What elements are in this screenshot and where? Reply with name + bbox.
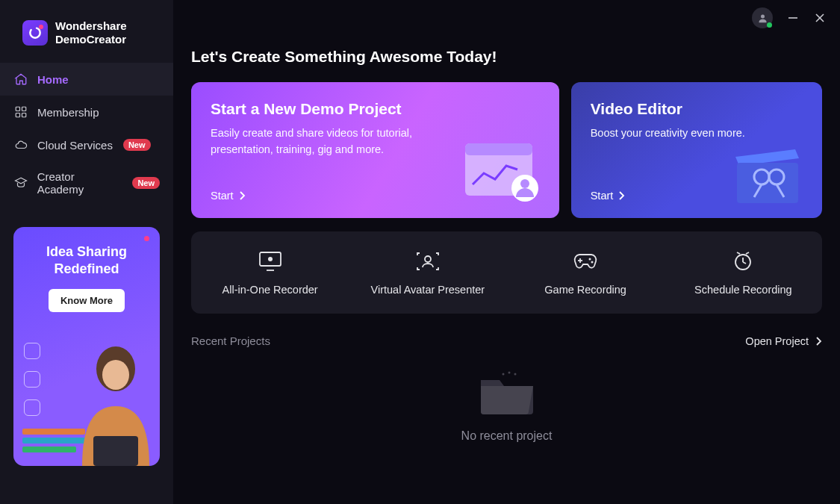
svg-rect-3 bbox=[16, 113, 19, 117]
recorder-icon bbox=[258, 249, 283, 273]
svg-line-33 bbox=[746, 252, 749, 254]
nav-membership[interactable]: Membership bbox=[0, 96, 173, 128]
tool-schedule[interactable]: Schedule Recording bbox=[665, 249, 822, 296]
promo-title: Idea SharingRedefined bbox=[24, 243, 149, 279]
sidebar: Wondershare DemoCreator Home Membership … bbox=[0, 0, 173, 504]
svg-point-24 bbox=[425, 256, 431, 262]
svg-line-31 bbox=[743, 262, 746, 264]
chevron-right-icon bbox=[240, 191, 246, 200]
nav-label: Home bbox=[37, 73, 69, 86]
nav-cloud[interactable]: Cloud Services New bbox=[0, 128, 173, 161]
svg-rect-1 bbox=[16, 107, 19, 111]
svg-point-28 bbox=[591, 261, 594, 264]
nav-label: Creator Academy bbox=[37, 170, 122, 196]
card-desc: Easily create and share videos for tutor… bbox=[211, 125, 457, 158]
academy-icon bbox=[13, 175, 28, 190]
clock-icon bbox=[732, 249, 754, 273]
minimize-button[interactable] bbox=[786, 11, 800, 25]
open-project-button[interactable]: Open Project bbox=[745, 335, 822, 347]
tool-recorder[interactable]: All-in-One Recorder bbox=[191, 249, 349, 296]
grid-icon bbox=[13, 105, 28, 119]
new-badge: New bbox=[123, 139, 151, 151]
recent-header: Recent Projects Open Project bbox=[191, 335, 822, 347]
tool-label: Schedule Recording bbox=[694, 284, 792, 296]
demo-illustration bbox=[458, 136, 547, 211]
svg-point-34 bbox=[502, 373, 504, 376]
card-title: Video Editor bbox=[591, 100, 803, 118]
new-demo-card[interactable]: Start a New Demo Project Easily create a… bbox=[191, 82, 559, 218]
titlebar bbox=[752, 7, 827, 28]
empty-message: No recent project bbox=[461, 429, 553, 443]
tool-label: Virtual Avatar Presenter bbox=[371, 284, 485, 296]
svg-point-35 bbox=[508, 372, 510, 374]
home-icon bbox=[13, 72, 28, 87]
avatar-icon bbox=[415, 249, 441, 273]
nav-label: Cloud Services bbox=[37, 139, 113, 152]
svg-point-6 bbox=[102, 360, 129, 390]
gamepad-icon bbox=[572, 249, 599, 273]
nav-academy[interactable]: Creator Academy New bbox=[0, 161, 173, 205]
promo-card[interactable]: Idea SharingRedefined Know More bbox=[13, 227, 160, 466]
tool-label: All-in-One Recorder bbox=[223, 284, 318, 296]
chevron-right-icon bbox=[619, 191, 625, 200]
nav-home[interactable]: Home bbox=[0, 63, 173, 96]
nav-label: Membership bbox=[37, 106, 99, 119]
tools-row: All-in-One Recorder Virtual Avatar Prese… bbox=[191, 231, 822, 314]
start-link[interactable]: Start bbox=[591, 190, 626, 202]
tool-game[interactable]: Game Recording bbox=[507, 249, 665, 296]
start-link[interactable]: Start bbox=[211, 190, 246, 202]
logo-text: Wondershare DemoCreator bbox=[55, 19, 127, 46]
close-button[interactable] bbox=[813, 11, 827, 25]
new-badge: New bbox=[132, 177, 160, 189]
chevron-right-icon bbox=[816, 337, 822, 346]
svg-point-15 bbox=[520, 179, 529, 188]
video-editor-card[interactable]: Video Editor Boost your creativity even … bbox=[571, 82, 822, 218]
promo-illustration bbox=[52, 339, 160, 466]
tool-label: Game Recording bbox=[544, 284, 626, 296]
svg-rect-7 bbox=[93, 436, 138, 466]
nav: Home Membership Cloud Services New Creat… bbox=[0, 63, 173, 205]
recent-empty: No recent project bbox=[191, 365, 822, 443]
svg-point-27 bbox=[589, 258, 591, 261]
cloud-icon bbox=[13, 137, 28, 152]
logo-icon bbox=[22, 20, 48, 46]
svg-rect-4 bbox=[22, 113, 26, 117]
svg-line-32 bbox=[737, 252, 740, 254]
svg-point-22 bbox=[268, 257, 273, 261]
card-title: Start a New Demo Project bbox=[211, 100, 540, 118]
svg-rect-2 bbox=[22, 107, 26, 111]
svg-point-36 bbox=[514, 373, 516, 376]
tool-avatar[interactable]: Virtual Avatar Presenter bbox=[349, 249, 506, 296]
editor-illustration bbox=[728, 136, 810, 211]
recent-title: Recent Projects bbox=[191, 335, 270, 347]
folder-icon bbox=[473, 365, 541, 417]
know-more-button[interactable]: Know More bbox=[49, 289, 125, 312]
svg-point-0 bbox=[30, 28, 40, 37]
hero-cards: Start a New Demo Project Easily create a… bbox=[191, 82, 822, 218]
page-title: Let's Create Something Awesome Today! bbox=[191, 48, 822, 66]
profile-button[interactable] bbox=[752, 7, 773, 28]
main: Let's Create Something Awesome Today! St… bbox=[173, 0, 840, 504]
svg-point-8 bbox=[761, 14, 765, 18]
svg-rect-13 bbox=[465, 143, 532, 155]
app-logo: Wondershare DemoCreator bbox=[0, 12, 173, 60]
promo-side-icons bbox=[24, 343, 40, 416]
